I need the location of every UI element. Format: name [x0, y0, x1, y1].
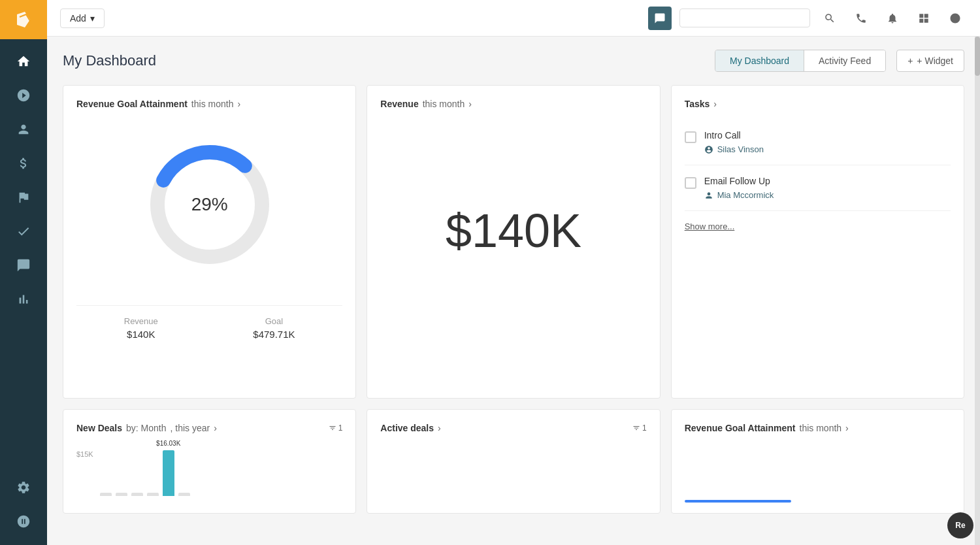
revenue-goal-bottom-chart	[685, 444, 951, 503]
tasks-chevron[interactable]: ›	[713, 99, 717, 109]
active-deals-filter-icon	[632, 424, 640, 432]
active-deals-widget: Active deals › 1	[367, 409, 660, 514]
active-deals-chevron[interactable]: ›	[438, 423, 441, 433]
sidebar-item-zendesk[interactable]	[0, 504, 47, 538]
sidebar-item-reports[interactable]	[0, 180, 47, 214]
filter-icon	[329, 424, 336, 432]
top-widgets-grid: Revenue Goal Attainment this month › 29%	[63, 85, 964, 399]
revenue-value: $140K	[124, 329, 158, 340]
sidebar-item-settings[interactable]	[0, 471, 47, 504]
sidebar-item-deals[interactable]	[0, 146, 47, 180]
bar-feb-bar	[116, 493, 127, 496]
sidebar-logo[interactable]	[0, 0, 47, 39]
task-item: Intro Call Silas Vinson	[685, 120, 951, 165]
goal-label: Goal	[253, 316, 295, 326]
task-name-1: Intro Call	[704, 130, 764, 140]
revenue-goal-bottom-subtitle: this month	[800, 423, 842, 433]
revenue-header: Revenue this month ›	[380, 99, 646, 109]
scrollbar-track[interactable]	[975, 37, 980, 545]
sidebar-item-tasks[interactable]	[0, 214, 47, 248]
active-deals-title: Active deals	[380, 423, 434, 433]
bar-apr-bar	[147, 493, 159, 496]
revenue-widget: Revenue this month › $140K	[367, 85, 660, 399]
scrollbar-thumb[interactable]	[975, 37, 980, 76]
add-widget-button[interactable]: + + Widget	[896, 50, 964, 72]
sidebar-item-contacts[interactable]	[0, 112, 47, 146]
revenue-goal-header: Revenue Goal Attainment this month ›	[76, 99, 342, 109]
show-more-link[interactable]: Show more...	[685, 222, 735, 231]
task-name-2: Email Follow Up	[704, 176, 774, 186]
revenue-goal-bottom-header: Revenue Goal Attainment this month ›	[685, 423, 951, 433]
active-deals-header: Active deals › 1	[380, 423, 646, 433]
revenue-goal-widget: Revenue Goal Attainment this month › 29%	[63, 85, 356, 399]
search-input[interactable]	[679, 8, 810, 27]
task-assignee-1: Silas Vinson	[704, 144, 764, 154]
tab-my-dashboard[interactable]: My Dashboard	[715, 50, 804, 71]
zendesk-badge[interactable]: Re	[947, 512, 973, 538]
bar-mar-bar	[131, 493, 143, 496]
chevron-down-icon: ▾	[90, 13, 95, 24]
goal-stat: Goal $479.71K	[253, 316, 295, 340]
donut-stats: Revenue $140K Goal $479.71K	[76, 305, 342, 340]
sidebar-item-activity[interactable]	[0, 78, 47, 112]
topbar: Add ▾	[47, 0, 980, 37]
sidebar-bottom	[0, 471, 47, 545]
active-deals-filter: 1	[632, 423, 647, 433]
widget-label: + Widget	[917, 56, 953, 66]
new-deals-filter-count: 1	[338, 423, 343, 433]
task-checkbox-2[interactable]	[685, 177, 696, 189]
tasks-header: Tasks ›	[685, 99, 951, 109]
bar-may-bar	[163, 450, 174, 496]
grid-icon-button[interactable]	[912, 7, 936, 30]
revenue-goal-bottom-chevron[interactable]: ›	[845, 423, 849, 433]
goal-value: $479.71K	[253, 329, 295, 340]
page-content: My Dashboard My Dashboard Activity Feed …	[47, 37, 980, 545]
add-label: Add	[70, 13, 86, 24]
donut-percentage: 29%	[191, 194, 228, 215]
new-deals-filter: 1	[329, 423, 343, 433]
bar-jan	[100, 493, 112, 496]
bar-mar	[131, 493, 143, 496]
tab-activity-feed[interactable]: Activity Feed	[804, 50, 885, 71]
bar-feb	[116, 493, 127, 496]
bar-chart-y-label: $15K	[76, 450, 93, 458]
sidebar-nav	[0, 39, 47, 471]
task-list: Intro Call Silas Vinson Email Follow Up	[685, 120, 951, 211]
sidebar-item-analytics[interactable]	[0, 282, 47, 316]
main-content: Add ▾ My Dashboard My Dash	[47, 0, 980, 545]
donut-chart-container: 29%	[76, 120, 342, 289]
task-item-2: Email Follow Up Mia Mccormick	[685, 165, 951, 211]
revenue-goal-bottom-widget: Revenue Goal Attainment this month ›	[671, 409, 964, 514]
plus-icon: +	[907, 56, 913, 66]
revenue-subtitle: this month	[423, 99, 465, 109]
search-button[interactable]	[818, 7, 841, 30]
bar-jan-bar	[100, 493, 112, 496]
new-deals-sub1: by: Month	[126, 423, 166, 433]
revenue-goal-subtitle: this month	[191, 99, 234, 109]
revenue-goal-bar	[685, 500, 791, 503]
bar-may: $16.03K	[163, 450, 174, 496]
revenue-goal-chevron[interactable]: ›	[237, 99, 240, 109]
bell-icon-button[interactable]	[881, 7, 904, 30]
chat-icon-button[interactable]	[648, 7, 672, 30]
active-deals-filter-count: 1	[642, 423, 647, 433]
sidebar-item-messages[interactable]	[0, 248, 47, 282]
new-deals-sub2: , this year	[171, 423, 210, 433]
new-deals-title: New Deals	[76, 423, 122, 433]
revenue-amount: $140K	[380, 120, 646, 342]
revenue-chevron[interactable]: ›	[468, 99, 472, 109]
revenue-title: Revenue	[380, 99, 418, 109]
phone-icon-button[interactable]	[849, 7, 873, 30]
task-assignee-name-1: Silas Vinson	[717, 144, 764, 154]
add-button[interactable]: Add ▾	[60, 8, 105, 28]
page-header: My Dashboard My Dashboard Activity Feed …	[63, 50, 964, 72]
sidebar-item-home[interactable]	[0, 44, 47, 78]
revenue-label: Revenue	[124, 316, 158, 326]
new-deals-widget: New Deals by: Month , this year › 1 $15K	[63, 409, 356, 514]
new-deals-chevron[interactable]: ›	[214, 423, 217, 433]
zendesk-icon-button[interactable]	[943, 7, 967, 30]
task-assignee-name-2: Mia Mccormick	[717, 190, 774, 200]
bar-jun	[178, 493, 190, 496]
bar-may-value: $16.03K	[156, 440, 180, 447]
task-checkbox-1[interactable]	[685, 131, 696, 143]
